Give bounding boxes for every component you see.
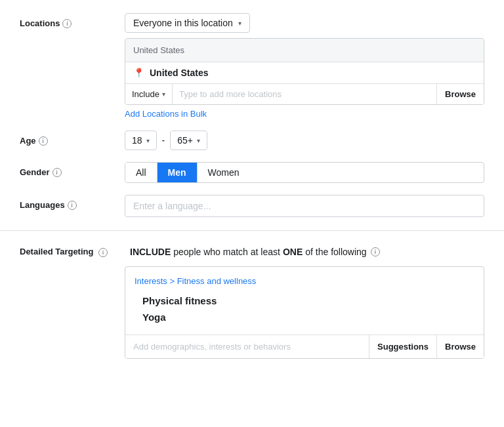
locations-label-col: Locations i: [20, 13, 125, 28]
age-label-col: Age i: [20, 131, 125, 146]
targeting-header: Detailed Targeting i INCLUDE people who …: [20, 247, 484, 257]
targeting-people-text: people who match at least: [173, 247, 280, 257]
targeting-label: Detailed Targeting: [20, 247, 93, 256]
targeting-one-text: ONE: [283, 247, 303, 257]
targeting-desc-info-icon[interactable]: i: [371, 247, 380, 256]
gender-group: All Men Women: [125, 162, 484, 183]
selected-location-name: United States: [150, 68, 208, 78]
languages-row: Languages i: [20, 195, 484, 217]
age-min-dropdown[interactable]: 18 ▾: [125, 131, 157, 150]
age-max-value: 65+: [177, 135, 193, 146]
language-input[interactable]: [125, 195, 484, 217]
locations-label: Locations: [20, 18, 60, 28]
location-type-label: Everyone in this location: [133, 18, 233, 28]
interest-item-yoga: Yoga: [135, 309, 474, 325]
age-min-value: 18: [132, 135, 142, 146]
audience-section: Locations i Everyone in this location ▾ …: [0, 0, 504, 231]
age-controls: 18 ▾ - 65+ ▾: [125, 131, 484, 150]
targeting-of-text: of the following: [305, 247, 366, 257]
detailed-targeting-section: Detailed Targeting i INCLUDE people who …: [0, 231, 504, 375]
interest-breadcrumb[interactable]: Interests > Fitness and wellness: [135, 276, 474, 286]
age-max-chevron: ▾: [197, 137, 200, 144]
location-type-chevron: ▾: [238, 20, 242, 27]
gender-content: All Men Women: [125, 162, 484, 183]
age-max-dropdown[interactable]: 65+ ▾: [170, 131, 207, 150]
include-chevron: ▾: [162, 91, 165, 98]
location-input-row: Include ▾ Browse: [125, 84, 484, 104]
pin-icon: 📍: [133, 68, 144, 78]
languages-label-col: Languages i: [20, 195, 125, 210]
gender-info-icon[interactable]: i: [52, 168, 62, 177]
targeting-box-wrapper: Interests > Fitness and wellness Physica…: [125, 266, 484, 359]
languages-label: Languages: [20, 200, 65, 210]
location-current: United States: [125, 39, 484, 62]
add-locations-bulk-link[interactable]: Add Locations in Bulk: [125, 109, 207, 119]
languages-content: [125, 195, 484, 217]
gender-label: Gender: [20, 167, 50, 177]
locations-info-icon[interactable]: i: [62, 19, 72, 28]
location-search-input[interactable]: [173, 84, 436, 104]
targeting-description: INCLUDE people who match at least ONE of…: [130, 247, 380, 257]
targeting-info-icon[interactable]: i: [98, 248, 108, 257]
age-separator: -: [162, 135, 165, 146]
age-info-icon[interactable]: i: [39, 136, 48, 146]
location-box: United States 📍 United States Include ▾ …: [125, 38, 484, 105]
age-min-chevron: ▾: [146, 137, 150, 144]
gender-all-btn[interactable]: All: [125, 163, 158, 182]
locations-content: Everyone in this location ▾ United State…: [125, 13, 484, 119]
include-label: Include: [132, 89, 159, 99]
targeting-label-col: Detailed Targeting i: [20, 247, 125, 257]
targeting-search-input[interactable]: [125, 335, 369, 358]
gender-women-btn[interactable]: Women: [198, 163, 250, 182]
interest-item-physical-fitness: Physical fitness: [135, 293, 474, 309]
targeting-input-row: Suggestions Browse: [125, 335, 484, 358]
targeting-box: Interests > Fitness and wellness Physica…: [125, 266, 484, 359]
gender-men-btn[interactable]: Men: [158, 163, 198, 182]
targeting-browse-btn[interactable]: Browse: [436, 335, 484, 358]
include-dropdown[interactable]: Include ▾: [125, 84, 173, 104]
targeting-content: Interests > Fitness and wellness Physica…: [125, 267, 484, 335]
location-item: 📍 United States: [125, 62, 484, 84]
gender-row: Gender i All Men Women: [20, 162, 484, 183]
locations-row: Locations i Everyone in this location ▾ …: [20, 13, 484, 119]
age-label: Age: [20, 136, 36, 146]
targeting-suggestions-btn[interactable]: Suggestions: [369, 335, 436, 358]
gender-label-col: Gender i: [20, 162, 125, 177]
location-browse-btn[interactable]: Browse: [436, 84, 484, 104]
targeting-include-text: INCLUDE: [130, 247, 171, 257]
languages-info-icon[interactable]: i: [68, 201, 77, 210]
location-type-dropdown[interactable]: Everyone in this location ▾: [125, 13, 250, 33]
age-content: 18 ▾ - 65+ ▾: [125, 131, 484, 150]
age-row: Age i 18 ▾ - 65+ ▾: [20, 131, 484, 150]
